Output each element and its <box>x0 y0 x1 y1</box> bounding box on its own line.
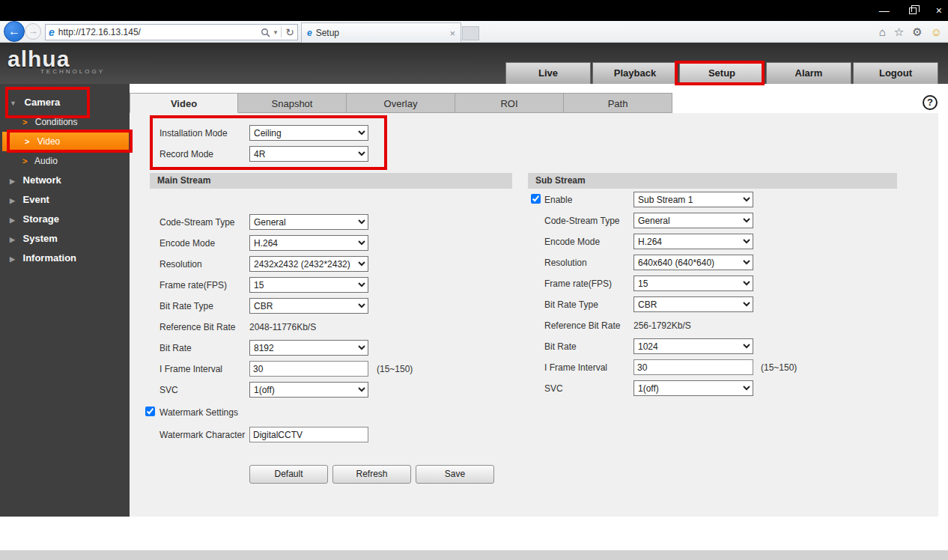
tab-path[interactable]: Path <box>564 93 672 113</box>
browser-tab[interactable]: e Setup × <box>301 22 461 43</box>
window-restore-icon <box>909 7 917 14</box>
window-minimize-button[interactable]: — <box>879 0 890 21</box>
main-i-frame-interval-input[interactable] <box>249 361 368 377</box>
annotation-box-camera <box>5 87 90 118</box>
sub-frame-rate-select[interactable]: 15 <box>633 276 753 291</box>
window-restore-button[interactable] <box>909 0 917 21</box>
tab-close-icon[interactable]: × <box>449 28 455 39</box>
dahua-logo: alhua TECHNOLOGY <box>7 47 105 75</box>
sidebar-information-label: Information <box>23 252 77 264</box>
main-encode-mode-select[interactable]: H.264 <box>249 235 368 251</box>
main-i-frame-interval-label: I Frame Interval <box>159 364 222 374</box>
triangle-right-icon: ▶ <box>10 236 15 243</box>
sidebar-item-system[interactable]: ▶ System <box>0 229 130 249</box>
sub-bit-rate-label: Bit Rate <box>544 341 577 352</box>
sub-bit-rate-type-select[interactable]: CBR <box>633 296 753 312</box>
tab-title: Setup <box>316 28 450 38</box>
url-text[interactable]: http://172.16.13.145/ <box>58 27 261 37</box>
annotation-box-video <box>7 130 133 153</box>
settings-gear-icon[interactable]: ⚙ <box>912 25 922 39</box>
save-button[interactable]: Save <box>416 465 494 484</box>
sub-reference-bit-rate-label: Reference Bit Rate <box>544 320 620 331</box>
footer-strip <box>0 550 948 560</box>
nav-playback-button[interactable]: Playback <box>592 62 678 84</box>
sub-frame-rate-label: Frame rate(FPS) <box>544 279 612 289</box>
main-resolution-label: Resolution <box>159 259 202 270</box>
nav-logout-button[interactable]: Logout <box>853 62 938 84</box>
main-bit-rate-type-select[interactable]: CBR <box>249 298 368 314</box>
sub-svc-label: SVC <box>544 383 563 394</box>
annotation-box-mode-settings <box>150 115 387 170</box>
tab-snapshot[interactable]: Snapshot <box>238 93 347 113</box>
ie-page-icon: e <box>49 26 55 38</box>
nav-live-button[interactable]: Live <box>505 62 591 84</box>
default-button[interactable]: Default <box>249 465 328 484</box>
sidebar-conditions-label: Conditions <box>35 117 78 127</box>
main-code-stream-type-label: Code-Stream Type <box>159 217 235 228</box>
sub-resolution-label: Resolution <box>544 258 587 268</box>
address-bar[interactable]: e http://172.16.13.145/ ▾ ↻ <box>45 24 298 40</box>
tab-roi[interactable]: ROI <box>455 93 564 113</box>
main-svc-label: SVC <box>159 385 178 395</box>
sub-i-frame-interval-label: I Frame Interval <box>544 362 607 373</box>
sidebar-item-storage[interactable]: ▶ Storage <box>0 210 130 229</box>
sidebar-audio-label: Audio <box>34 156 58 166</box>
watermark-settings-checkbox[interactable] <box>145 407 155 416</box>
main-encode-mode-label: Encode Mode <box>159 238 215 249</box>
search-icon[interactable] <box>261 28 270 37</box>
sidebar-item-audio[interactable]: > Audio <box>0 151 130 171</box>
sub-code-stream-type-select[interactable]: General <box>633 213 753 228</box>
refresh-icon[interactable]: ↻ <box>285 26 294 38</box>
sub-stream-enable-checkbox[interactable] <box>531 194 541 204</box>
sub-encode-mode-label: Encode Mode <box>544 237 600 247</box>
watermark-character-label: Watermark Character <box>159 430 245 440</box>
main-frame-rate-label: Frame rate(FPS) <box>159 280 227 290</box>
main-bit-rate-label: Bit Rate <box>159 343 192 353</box>
nav-alarm-button[interactable]: Alarm <box>766 62 851 84</box>
browser-forward-button[interactable]: → <box>25 23 41 40</box>
screen: — × ← → e http://172.16.13.145/ ▾ ↻ e Se… <box>0 0 948 560</box>
browser-back-button[interactable]: ← <box>4 21 25 42</box>
main-bit-rate-select[interactable]: 8192 <box>249 340 368 356</box>
sub-bit-rate-select[interactable]: 1024 <box>633 338 753 354</box>
chevron-right-icon: > <box>22 156 27 165</box>
main-i-frame-interval-hint: (15~150) <box>377 364 413 374</box>
main-stream-section-header: Main Stream <box>150 173 512 189</box>
sidebar-item-information[interactable]: ▶ Information <box>0 249 130 268</box>
watermark-character-input[interactable] <box>249 427 368 442</box>
main-frame-rate-select[interactable]: 15 <box>249 277 368 293</box>
main-reference-bit-rate-value: 2048-11776Kb/S <box>249 322 316 332</box>
help-icon[interactable]: ? <box>923 95 938 110</box>
home-icon[interactable]: ⌂ <box>879 25 886 38</box>
refresh-button[interactable]: Refresh <box>332 465 411 484</box>
sub-bit-rate-type-label: Bit Rate Type <box>544 299 598 310</box>
triangle-right-icon: ▶ <box>10 197 15 204</box>
main-code-stream-type-select[interactable]: General <box>249 214 368 230</box>
sub-svc-select[interactable]: 1(off) <box>633 380 753 396</box>
sub-stream-select[interactable]: Sub Stream 1 <box>633 192 753 207</box>
sub-i-frame-interval-input[interactable] <box>633 359 753 375</box>
tab-favicon-icon: e <box>307 28 312 38</box>
main-svc-select[interactable]: 1(off) <box>249 382 368 398</box>
sub-encode-mode-select[interactable]: H.264 <box>633 234 753 249</box>
sidebar-network-label: Network <box>23 174 61 186</box>
address-divider <box>281 27 282 37</box>
triangle-right-icon: ▶ <box>10 255 15 263</box>
sub-resolution-select[interactable]: 640x640 (640*640) <box>633 255 753 270</box>
main-resolution-select[interactable]: 2432x2432 (2432*2432) <box>249 256 368 272</box>
sub-i-frame-interval-hint: (15~150) <box>761 362 797 373</box>
tab-overlay[interactable]: Overlay <box>347 93 455 113</box>
sidebar-item-network[interactable]: ▶ Network <box>0 171 130 190</box>
tab-video[interactable]: Video <box>130 93 238 113</box>
new-tab-button[interactable] <box>462 26 479 40</box>
sub-code-stream-type-label: Code-Stream Type <box>544 216 620 226</box>
window-close-button[interactable]: × <box>936 0 942 21</box>
sidebar-item-event[interactable]: ▶ Event <box>0 190 130 210</box>
sub-enable-label: Enable <box>544 195 572 205</box>
sidebar-event-label: Event <box>23 194 49 205</box>
favorites-star-icon[interactable]: ☆ <box>894 25 904 39</box>
main-bit-rate-type-label: Bit Rate Type <box>159 301 213 311</box>
feedback-smiley-icon[interactable]: ☺ <box>931 25 942 38</box>
autocomplete-dropdown-icon[interactable]: ▾ <box>274 28 278 36</box>
window-titlebar: — × <box>0 0 948 21</box>
